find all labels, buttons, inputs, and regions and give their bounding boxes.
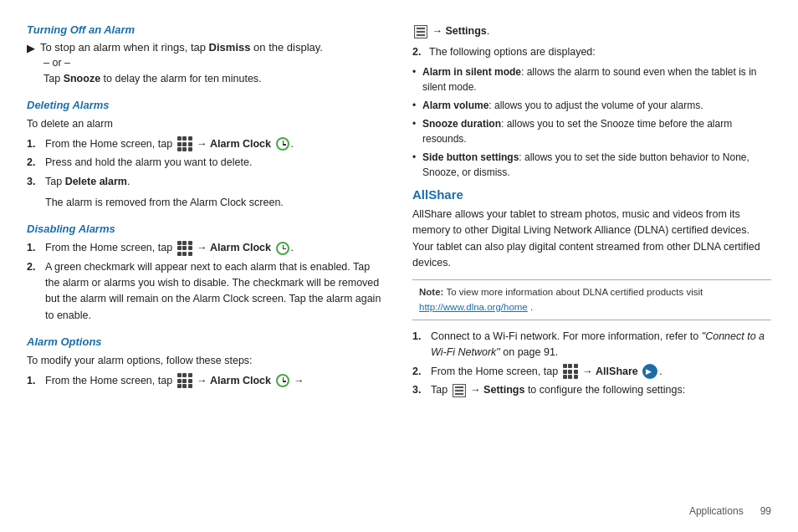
allshare-body: AllShare allows your tablet to stream ph…: [412, 207, 771, 272]
alarm-options-step-1: 1. From the Home screen, tap → Alarm Clo…: [27, 373, 386, 389]
deleting-steps: 1. From the Home screen, tap → Alarm Clo…: [27, 136, 386, 190]
allshare-step-2: 2. From the Home screen, tap → AllShare …: [412, 364, 771, 380]
option-side-button: Side button settings: allows you to set …: [412, 150, 771, 181]
deleting-intro: To delete an alarm: [27, 116, 386, 132]
alarm-options-steps: 1. From the Home screen, tap → Alarm Clo…: [27, 373, 386, 389]
deleting-alarms-title: Deleting Alarms: [27, 99, 386, 111]
disabling-alarms-section: Disabling Alarms 1. From the Home screen…: [27, 223, 386, 324]
allshare-section: AllShare AllShare allows your tablet to …: [412, 187, 771, 399]
allshare-icon: [642, 364, 657, 379]
left-column: Turning Off an Alarm ▶ To stop an alarm …: [27, 23, 386, 509]
clock-icon-3: [276, 374, 289, 387]
menu-icon-2: [453, 384, 466, 397]
deleting-alarms-section: Deleting Alarms To delete an alarm 1. Fr…: [27, 99, 386, 211]
alarm-options-intro: To modify your alarm options, follow the…: [27, 353, 386, 369]
delete-step-3: 3. Tap Delete alarm.: [27, 174, 386, 190]
dismiss-text: To stop an alarm when it rings, tap Dism…: [40, 41, 323, 54]
dlna-note: Note: To view more information about DLN…: [412, 279, 771, 320]
footer-label: Applications: [689, 505, 744, 517]
disable-step-1: 1. From the Home screen, tap → Alarm Clo…: [27, 240, 386, 256]
dlna-link[interactable]: http://www.dlna.org/home: [419, 302, 528, 312]
turning-off-section: Turning Off an Alarm ▶ To stop an alarm …: [27, 23, 386, 87]
note-label: Note:: [419, 287, 443, 297]
alarm-options-section: Alarm Options To modify your alarm optio…: [27, 335, 386, 389]
option-volume: Alarm volume: allows you to adjust the v…: [412, 98, 771, 114]
footer: Applications 99: [689, 505, 771, 517]
delete-step-2: 2. Press and hold the alarm you want to …: [27, 155, 386, 171]
step2-intro-wrapper: 2. The following options are displayed:: [412, 44, 771, 60]
grid-icon-2: [177, 241, 192, 256]
option-silent-mode: Alarm in silent mode: allows the alarm t…: [412, 64, 771, 95]
grid-icon-3: [177, 373, 192, 388]
footer-page: 99: [760, 505, 771, 517]
note-text: To view more information about DLNA cert…: [446, 287, 703, 297]
step2-intro: The following options are displayed:: [429, 46, 596, 58]
note-after: .: [530, 302, 533, 312]
clock-icon: [276, 137, 289, 151]
alarm-options-title: Alarm Options: [27, 335, 386, 348]
menu-icon: [414, 25, 427, 38]
allshare-step-1: 1. Connect to a Wi-Fi network. For more …: [412, 329, 771, 361]
turning-off-title: Turning Off an Alarm: [27, 23, 386, 36]
options-list: Alarm in silent mode: allows the alarm t…: [412, 64, 771, 181]
dismiss-step: ▶ To stop an alarm when it rings, tap Di…: [27, 41, 386, 54]
delete-note: The alarm is removed from the Alarm Cloc…: [45, 195, 386, 211]
arrow-icon: ▶: [27, 42, 35, 54]
delete-step-1: 1. From the Home screen, tap → Alarm Clo…: [27, 136, 386, 152]
allshare-steps: 1. Connect to a Wi-Fi network. For more …: [412, 329, 771, 399]
right-column: → Settings. 2. The following options are…: [412, 23, 771, 509]
clock-icon-2: [276, 242, 289, 255]
allshare-title: AllShare: [412, 187, 771, 202]
allshare-step-3: 3. Tap → Settings to configure the follo…: [412, 382, 771, 398]
grid-icon-4: [563, 364, 578, 379]
disabling-steps: 1. From the Home screen, tap → Alarm Clo…: [27, 240, 386, 324]
snooze-text: Tap Snooze to delay the alarm for ten mi…: [43, 71, 386, 87]
disable-step-2: 2. A green checkmark will appear next to…: [27, 259, 386, 325]
step2-num: 2.: [412, 46, 421, 58]
or-divider: – or –: [43, 57, 386, 69]
grid-icon: [177, 136, 192, 151]
disabling-alarms-title: Disabling Alarms: [27, 223, 386, 235]
settings-line: → Settings.: [412, 23, 771, 39]
option-snooze-duration: Snooze duration: allows you to set the S…: [412, 116, 771, 147]
